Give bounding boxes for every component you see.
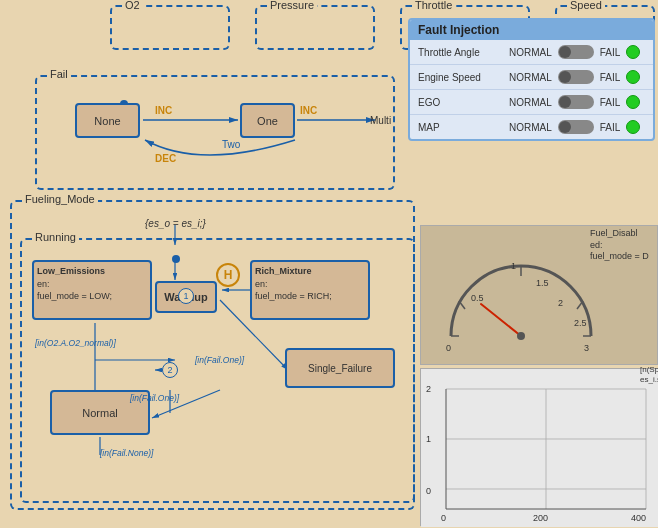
toggle-throttle[interactable] (558, 45, 594, 59)
fault-normal-map: NORMAL (509, 122, 552, 133)
fault-label-ego: EGO (418, 97, 503, 108)
speed-label: Speed (567, 0, 605, 11)
rich-mixture-title: Rich_Mixture (255, 265, 365, 278)
fueling-mode-label: Fueling_Mode (22, 193, 98, 205)
fault-normal-ego: NORMAL (509, 97, 552, 108)
svg-text:400: 400 (631, 513, 646, 523)
running-label: Running (32, 231, 79, 243)
o2-label: O2 (122, 0, 143, 11)
svg-text:1: 1 (426, 434, 431, 444)
toggle-map[interactable] (558, 120, 594, 134)
pressure-label: Pressure (267, 0, 317, 11)
fault-fail-engine: FAIL (600, 72, 621, 83)
svg-text:1.5: 1.5 (536, 278, 549, 288)
fault-row-map: MAP NORMAL FAIL (410, 115, 653, 139)
two-num-label: Two (222, 139, 240, 150)
low-emissions-title: Low_Emissions (37, 265, 147, 278)
svg-text:1: 1 (511, 261, 516, 271)
es-o-label: {es_o = es_i;} (145, 218, 206, 229)
svg-point-30 (517, 332, 525, 340)
fault-fail-map: FAIL (600, 122, 621, 133)
speed-bracket-label: [n(Spees_i.sp (640, 365, 658, 386)
status-dot-engine (626, 70, 640, 84)
one-box: One (240, 103, 295, 138)
fail-label: Fail (47, 68, 71, 80)
svg-text:2.5: 2.5 (574, 318, 587, 328)
running-entry-dot (172, 255, 180, 263)
fault-label-engine: Engine Speed (418, 72, 503, 83)
fault-row-throttle: Throttle Angle NORMAL FAIL (410, 40, 653, 65)
svg-text:2: 2 (426, 384, 431, 394)
rich-mixture-box: Rich_Mixture en: fuel_mode = RICH; (250, 260, 370, 320)
chart-area: 0 1 2 0 200 400 (420, 368, 658, 526)
inc-left-label: INC (155, 105, 172, 116)
single-failure-box: Single_Failure (285, 348, 395, 388)
rich-mixture-action: fuel_mode = RICH; (255, 290, 365, 303)
fault-injection-panel: Fault Injection Throttle Angle NORMAL FA… (408, 18, 655, 141)
canvas: O2 Pressure Throttle Speed Fault Injecti… (0, 0, 658, 528)
fault-row-ego: EGO NORMAL FAIL (410, 90, 653, 115)
low-emissions-action: fuel_mode = LOW; (37, 290, 147, 303)
low-emissions-box: Low_Emissions en: fuel_mode = LOW; (32, 260, 152, 320)
pressure-box: Pressure (255, 5, 375, 50)
svg-rect-31 (421, 369, 658, 527)
inc-right-label: INC (300, 105, 317, 116)
toggle-ego[interactable] (558, 95, 594, 109)
h-circle: H (216, 263, 240, 287)
dec-label: DEC (155, 153, 176, 164)
svg-text:0: 0 (426, 486, 431, 496)
junction-2: 2 (162, 362, 178, 378)
svg-text:0: 0 (441, 513, 446, 523)
in-fail-one-label-1: [in(Fail.One)] (195, 355, 244, 365)
throttle-label: Throttle (412, 0, 455, 11)
none-box: None (75, 103, 140, 138)
rich-mixture-en: en: (255, 278, 365, 291)
fault-fail-throttle: FAIL (600, 47, 621, 58)
chart-svg: 0 1 2 0 200 400 (421, 369, 658, 527)
status-dot-ego (626, 95, 640, 109)
svg-text:2: 2 (558, 298, 563, 308)
svg-text:200: 200 (533, 513, 548, 523)
junction-1: 1 (178, 288, 194, 304)
status-dot-throttle (626, 45, 640, 59)
in-fail-none-label: [in(Fail.None)] (100, 448, 153, 458)
fault-normal-engine: NORMAL (509, 72, 552, 83)
svg-text:3: 3 (584, 343, 589, 353)
fault-row-engine: Engine Speed NORMAL FAIL (410, 65, 653, 90)
in-o2-normal-label: [in(O2.A.O2_normal)] (35, 338, 116, 348)
fault-label-throttle: Throttle Angle (418, 47, 503, 58)
in-fail-one-label-2: [in(Fail.One)] (130, 393, 179, 403)
o2-box: O2 (110, 5, 230, 50)
fault-fail-ego: FAIL (600, 97, 621, 108)
fuel-disabled-label: Fuel_Disabl ed: fuel_mode = D (590, 228, 649, 263)
svg-text:0.5: 0.5 (471, 293, 484, 303)
svg-text:0: 0 (446, 343, 451, 353)
toggle-engine[interactable] (558, 70, 594, 84)
low-emissions-en: en: (37, 278, 147, 291)
multi-label: Multi (370, 115, 391, 126)
fault-normal-throttle: NORMAL (509, 47, 552, 58)
fault-label-map: MAP (418, 122, 503, 133)
fault-injection-title: Fault Injection (410, 20, 653, 40)
status-dot-map (626, 120, 640, 134)
